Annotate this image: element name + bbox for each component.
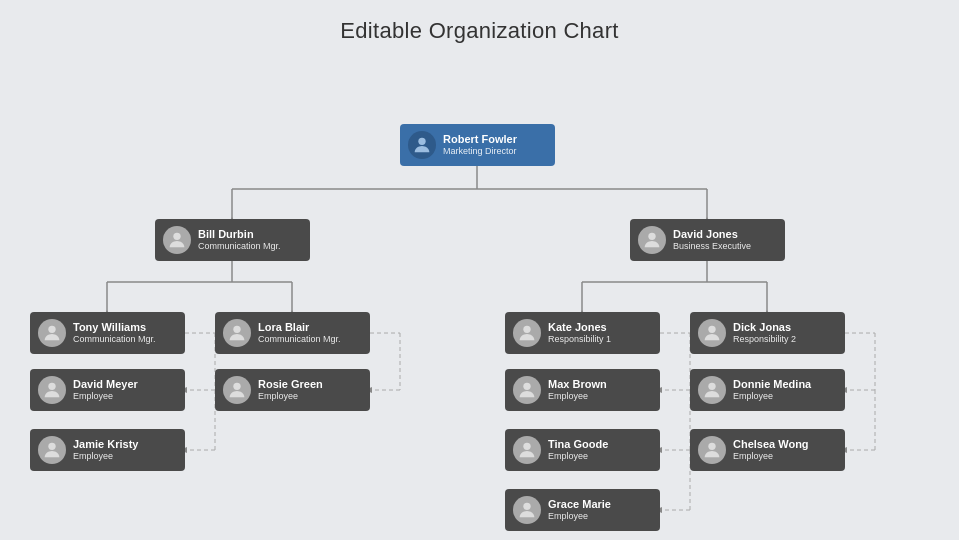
avatar-tony [38,319,66,347]
svg-point-51 [523,326,530,333]
node-dick[interactable]: Dick Jonas Responsibility 2 [690,312,845,354]
avatar-lora [223,319,251,347]
avatar-chelsea [698,436,726,464]
page-title: Editable Organization Chart [0,0,959,44]
svg-point-55 [523,383,530,390]
node-root[interactable]: Robert Fowler Marketing Director [400,124,555,166]
avatar-donnie [698,376,726,404]
node-lora[interactable]: Lora Blair Communication Mgr. [215,312,370,354]
node-right-mid[interactable]: David Jones Business Executive [630,219,785,261]
node-chelsea[interactable]: Chelsea Wong Employee [690,429,845,471]
avatar-root [408,131,436,159]
avatar-right-mid [638,226,666,254]
svg-point-49 [48,326,55,333]
avatar-max [513,376,541,404]
avatar-rosie [223,376,251,404]
svg-point-58 [523,443,530,450]
node-left-mid[interactable]: Bill Durbin Communication Mgr. [155,219,310,261]
node-david-meyer[interactable]: David Meyer Employee [30,369,185,411]
svg-point-57 [48,443,55,450]
svg-point-53 [48,383,55,390]
node-tony[interactable]: Tony Williams Communication Mgr. [30,312,185,354]
node-tina[interactable]: Tina Goode Employee [505,429,660,471]
svg-point-48 [648,233,655,240]
node-kate[interactable]: Kate Jones Responsibility 1 [505,312,660,354]
node-max[interactable]: Max Brown Employee [505,369,660,411]
svg-point-54 [233,383,240,390]
svg-point-59 [708,443,715,450]
node-rosie[interactable]: Rosie Green Employee [215,369,370,411]
svg-point-50 [233,326,240,333]
node-jamie[interactable]: Jamie Kristy Employee [30,429,185,471]
avatar-left-mid [163,226,191,254]
avatar-kate [513,319,541,347]
avatar-jamie [38,436,66,464]
chart-container: Robert Fowler Marketing Director Bill Du… [0,54,959,540]
svg-point-56 [708,383,715,390]
avatar-david-meyer [38,376,66,404]
node-donnie[interactable]: Donnie Medina Employee [690,369,845,411]
node-grace[interactable]: Grace Marie Employee [505,489,660,531]
svg-point-46 [418,138,425,145]
svg-point-60 [523,503,530,510]
svg-point-47 [173,233,180,240]
avatar-grace [513,496,541,524]
svg-point-52 [708,326,715,333]
avatar-tina [513,436,541,464]
node-root-text: Robert Fowler Marketing Director [443,132,517,158]
avatar-dick [698,319,726,347]
